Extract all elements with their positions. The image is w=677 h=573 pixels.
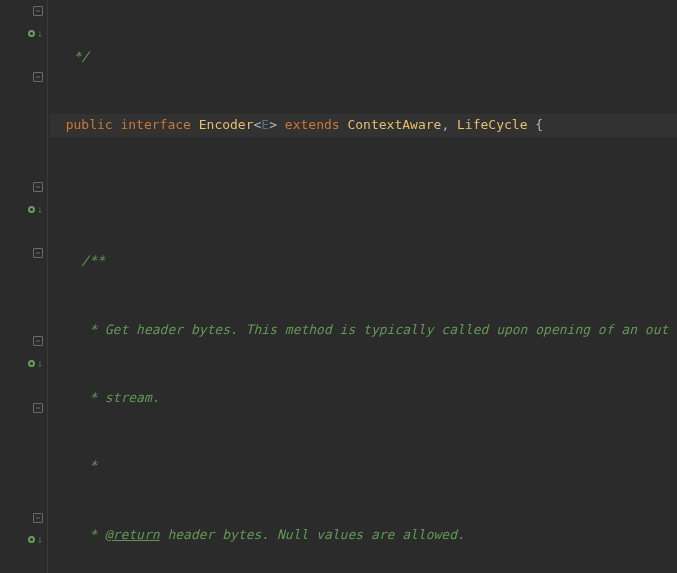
fold-icon[interactable] (33, 248, 43, 258)
fold-icon[interactable] (33, 6, 43, 16)
code-text (50, 46, 66, 69)
fold-icon[interactable] (33, 513, 43, 523)
fold-icon[interactable] (33, 72, 43, 82)
override-marker-icon[interactable]: ↓ (28, 28, 43, 39)
override-marker-icon[interactable]: ↓ (28, 534, 43, 545)
code-text: * (81, 455, 97, 478)
fold-icon[interactable] (33, 182, 43, 192)
code-area[interactable]: */ public interface Encoder<E> extends C… (48, 0, 677, 573)
gutter: ↓ ↓ ↓ ↓ (0, 0, 48, 573)
caret-line: public interface Encoder<E> extends Cont… (50, 114, 677, 137)
code-editor: ↓ ↓ ↓ ↓ */ (0, 0, 677, 573)
code-text: * stream. (81, 387, 159, 410)
code-text: /** (81, 250, 104, 273)
override-marker-icon[interactable]: ↓ (28, 358, 43, 369)
code-text: */ (66, 46, 89, 69)
fold-icon[interactable] (33, 336, 43, 346)
code-text: public (66, 114, 113, 137)
code-text: * Get header bytes. This method is typic… (81, 319, 668, 342)
fold-icon[interactable] (33, 403, 43, 413)
override-marker-icon[interactable]: ↓ (28, 204, 43, 215)
javadoc-tag: @return (105, 524, 160, 547)
